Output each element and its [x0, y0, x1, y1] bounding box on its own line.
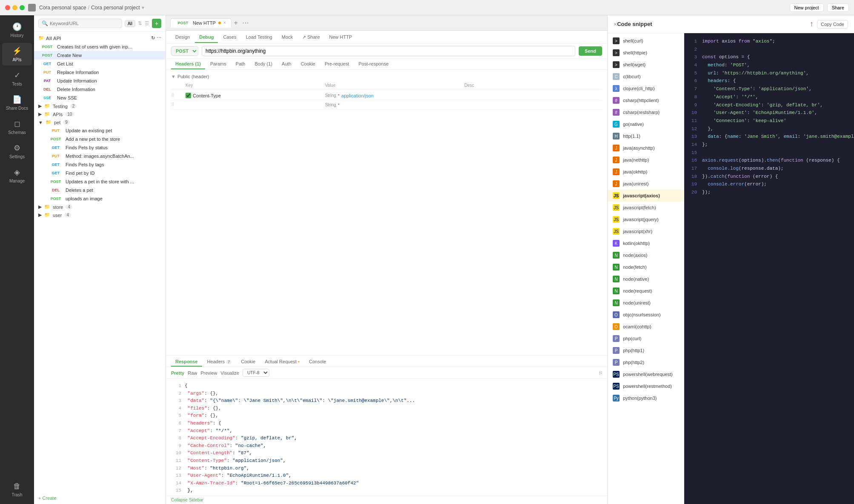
- folder-apis[interactable]: ▶ 📁 APIs 10: [34, 110, 166, 118]
- param-checkbox[interactable]: [186, 93, 191, 98]
- lang-php-http2[interactable]: P php(http2): [608, 356, 684, 368]
- create-button[interactable]: + Create: [34, 492, 166, 504]
- lang-javascript-axios[interactable]: JS javascript(axios): [608, 190, 684, 202]
- lang-shell-httpie[interactable]: > shell(httpie): [608, 47, 684, 59]
- lang-javascript-jquery[interactable]: JS javascript(jquery): [608, 214, 684, 225]
- api-item-find-pet-id[interactable]: GET Find pet by ID: [43, 169, 166, 177]
- lang-csharp-httpclient[interactable]: # csharp(httpclient): [608, 94, 684, 106]
- sort-icon[interactable]: ⇅: [138, 20, 142, 26]
- subtab-cookie[interactable]: Cookie: [297, 59, 320, 69]
- sidebar-item-settings[interactable]: ⚙ Settings: [2, 140, 32, 162]
- tab-new-http-inner[interactable]: New HTTP: [325, 32, 357, 43]
- more-icon[interactable]: ⋯: [157, 35, 161, 41]
- response-tab-console[interactable]: Console: [305, 357, 330, 367]
- tab-load-testing[interactable]: Load Testing: [242, 32, 277, 43]
- new-project-button[interactable]: New project: [790, 3, 824, 12]
- tab-close-icon[interactable]: ×: [223, 20, 226, 25]
- lang-node-native[interactable]: N node(native): [608, 273, 684, 285]
- tab-debug[interactable]: Debug: [195, 32, 218, 43]
- drag-handle[interactable]: ⠿: [171, 93, 184, 98]
- resp-opt-pretty[interactable]: Pretty: [171, 370, 184, 376]
- tab-design[interactable]: Design: [171, 32, 194, 43]
- tab-new-http[interactable]: POST New HTTP ×: [170, 18, 231, 28]
- folder-testing[interactable]: ▶ 📁 Testing 2: [34, 102, 166, 110]
- lang-shell-wget[interactable]: > shell(wget): [608, 59, 684, 71]
- all-filter-badge[interactable]: All: [125, 20, 135, 27]
- api-item-finds-pets-tags[interactable]: GET Finds Pets by tags: [43, 160, 166, 169]
- lang-php-http1[interactable]: P php(http1): [608, 345, 684, 356]
- copy-response-icon[interactable]: ⎘: [599, 370, 602, 376]
- sidebar-item-share-docs[interactable]: 📄 Share Docs: [2, 91, 32, 114]
- api-item-add-pet[interactable]: POST Add a new pet to the store: [43, 135, 166, 143]
- lang-objc[interactable]: O objc(nsurlsession): [608, 309, 684, 321]
- drag-handle[interactable]: ⠿: [171, 102, 184, 108]
- response-tab-headers[interactable]: Headers 7: [203, 357, 236, 367]
- api-item-uploads-image[interactable]: POST uploads an image: [43, 194, 166, 203]
- subtab-pre-request[interactable]: Pre-request: [320, 59, 353, 69]
- subtab-body[interactable]: Body (1): [250, 59, 277, 69]
- send-button[interactable]: Send: [579, 46, 602, 56]
- add-api-button[interactable]: +: [152, 19, 161, 28]
- share-button[interactable]: Share: [827, 3, 849, 12]
- refresh-icon[interactable]: ↻: [151, 35, 155, 41]
- resp-opt-visualize[interactable]: Visualize: [220, 370, 239, 376]
- api-item-delete-info[interactable]: DEL Delete Information: [34, 85, 166, 94]
- close-window-dot[interactable]: [5, 5, 10, 10]
- maximize-window-dot[interactable]: [20, 5, 25, 10]
- lang-python3[interactable]: Py python(python3): [608, 392, 684, 404]
- response-tab-cookie[interactable]: Cookie: [237, 357, 260, 367]
- method-select[interactable]: POST: [171, 46, 198, 56]
- resp-opt-raw[interactable]: Raw: [188, 370, 197, 376]
- lang-powershell-restmethod[interactable]: PS powershell(restmethod): [608, 380, 684, 392]
- encoding-select[interactable]: UTF-8: [243, 369, 269, 377]
- list-icon[interactable]: ☰: [145, 20, 149, 26]
- folder-store[interactable]: ▶ 📁 store 4: [34, 203, 166, 211]
- folder-pet[interactable]: ▼ 📁 pet 9: [34, 118, 166, 126]
- search-input[interactable]: [50, 21, 119, 26]
- api-item-deletes-pet[interactable]: DEL Deletes a pet: [43, 186, 166, 194]
- api-item-updates-pet-store[interactable]: POST Updates a pet in the store with ...: [43, 177, 166, 186]
- lang-node-unirest[interactable]: N node(unirest): [608, 297, 684, 309]
- subtab-auth[interactable]: Auth: [277, 59, 296, 69]
- lang-go-native[interactable]: G go(native): [608, 118, 684, 130]
- response-tab-actual-request[interactable]: Actual Request •: [260, 357, 304, 367]
- copy-code-button[interactable]: Copy Code: [817, 20, 848, 28]
- collapse-sidebar-button[interactable]: Collapse Sidebar: [166, 495, 607, 504]
- lang-http[interactable]: H http(1.1): [608, 130, 684, 142]
- lang-node-axios[interactable]: N node(axios): [608, 249, 684, 261]
- lang-csharp-restsharp[interactable]: # csharp(restsharp): [608, 106, 684, 118]
- sidebar-item-manage[interactable]: ◈ Manage: [2, 164, 32, 187]
- lang-c-libcurl[interactable]: C c(libcurl): [608, 71, 684, 83]
- lang-ocaml[interactable]: O ocaml(cohttp): [608, 321, 684, 333]
- add-tab-button[interactable]: +: [232, 19, 240, 27]
- subtab-path[interactable]: Path: [231, 59, 250, 69]
- subtab-params[interactable]: Params: [206, 59, 231, 69]
- api-item-replace-info[interactable]: PUT Replace Information: [34, 68, 166, 77]
- api-item-create-new[interactable]: POST Create New: [34, 51, 166, 60]
- resp-opt-preview[interactable]: Preview: [200, 370, 217, 376]
- api-item-creates-list[interactable]: POST Creates list of users with given in…: [34, 43, 166, 51]
- sidebar-item-schemas[interactable]: ◻ Schemas: [2, 116, 32, 138]
- lang-java-unirest[interactable]: J java(unirest): [608, 178, 684, 190]
- api-item-update-pet[interactable]: PUT Update an existing pet: [43, 126, 166, 135]
- sidebar-item-tests[interactable]: ✓ Tests: [2, 67, 32, 90]
- lang-php-curl[interactable]: P php(curl): [608, 333, 684, 345]
- lang-powershell-webrequest[interactable]: PS powershell(webrequest): [608, 368, 684, 380]
- sidebar-item-history[interactable]: 🕐 History: [2, 19, 32, 41]
- folder-user[interactable]: ▶ 📁 user 4: [34, 211, 166, 219]
- api-item-new-sse[interactable]: SSE New SSE: [34, 94, 166, 102]
- api-item-method-images[interactable]: PUT Method: images.asyncBatchAn...: [43, 152, 166, 160]
- api-item-get-list[interactable]: GET Get List: [34, 60, 166, 68]
- lang-java-okhttp[interactable]: J java(okhttp): [608, 166, 684, 178]
- close-code-panel-button[interactable]: ×: [614, 21, 617, 28]
- sidebar-item-trash[interactable]: 🗑 Trash: [2, 478, 32, 501]
- lang-java-asynchttp[interactable]: J java(asynchttp): [608, 142, 684, 154]
- more-tabs-button[interactable]: ⋯: [240, 19, 251, 27]
- lang-shell-curl[interactable]: > shell(curl): [608, 35, 684, 47]
- url-input[interactable]: [202, 46, 575, 56]
- lang-clojure[interactable]: λ clojure(cli_http): [608, 83, 684, 94]
- api-item-update-info[interactable]: PAT Update Information: [34, 77, 166, 85]
- subtab-headers[interactable]: Headers (1): [171, 59, 205, 69]
- lang-node-request[interactable]: N node(request): [608, 285, 684, 297]
- section-toggle[interactable]: ▼: [171, 74, 176, 79]
